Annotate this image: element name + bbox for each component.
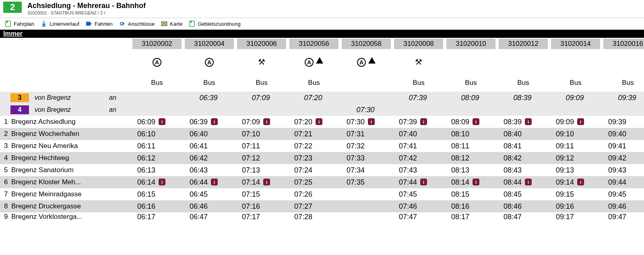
connection-line-badge[interactable]: 4 xyxy=(10,105,29,114)
departure-time[interactable]: 06:40 xyxy=(183,128,235,140)
tab-gebietszuordnung[interactable]: Gebietszuordnung xyxy=(187,19,244,28)
departure-time[interactable]: 09:15 xyxy=(549,188,602,200)
departure-time[interactable]: 07:35 xyxy=(340,176,392,188)
departure-time[interactable]: 06:43 xyxy=(183,164,235,176)
departure-time[interactable]: 09:12 xyxy=(549,152,602,164)
departure-time[interactable]: 07:21 xyxy=(288,128,340,140)
departure-time[interactable]: 07:11 xyxy=(235,140,288,152)
departure-time[interactable]: 09:16 xyxy=(549,200,602,212)
trip-id[interactable]: 31020002 xyxy=(132,39,182,49)
stop-name[interactable]: Bregenz Meinradgasse xyxy=(11,190,129,198)
departure-time[interactable]: 07:31 xyxy=(340,128,392,140)
departure-time[interactable]: 07:15 xyxy=(235,188,288,200)
departure-time[interactable]: 06:11 xyxy=(131,140,183,152)
stop-name[interactable]: Bregenz Sanatorium xyxy=(11,166,129,174)
tab-linienverlauf[interactable]: Linienverlauf xyxy=(39,19,83,28)
departure-time[interactable]: 07:26 xyxy=(288,188,340,200)
departure-time[interactable]: 06:42 xyxy=(183,152,235,164)
departure-time[interactable]: 06:47 xyxy=(183,212,235,221)
departure-time[interactable]: 07:44i xyxy=(392,176,445,188)
departure-time[interactable]: 08:17 xyxy=(445,212,497,221)
departure-time[interactable]: 08:11 xyxy=(445,140,497,152)
info-icon[interactable]: i xyxy=(316,118,322,125)
departure-time[interactable]: 08:10 xyxy=(445,128,497,140)
trip-id[interactable]: 31020058 xyxy=(342,39,391,49)
tab-fahrten[interactable]: Fahrten xyxy=(84,19,117,28)
departure-time[interactable]: 09:39 xyxy=(602,116,644,128)
departure-time[interactable]: 08:16 xyxy=(445,200,497,212)
departure-time[interactable]: 07:27 xyxy=(288,200,340,212)
info-icon[interactable]: i xyxy=(525,118,532,125)
stop-name[interactable]: Bregenz Vorklosterga... xyxy=(11,213,129,221)
departure-time[interactable]: 06:14i xyxy=(131,176,183,188)
departure-time[interactable]: 07:34 xyxy=(340,164,392,176)
stop-name[interactable]: Bregenz Hechtweg xyxy=(11,154,129,162)
departure-time[interactable]: 06:41 xyxy=(183,140,235,152)
departure-time[interactable]: 09:42 xyxy=(602,152,644,164)
departure-time[interactable]: 07:25 xyxy=(288,176,340,188)
departure-time[interactable]: 08:12 xyxy=(445,152,497,164)
departure-time[interactable]: 09:13 xyxy=(549,164,602,176)
departure-time[interactable]: 07:24 xyxy=(288,164,340,176)
departure-time[interactable] xyxy=(340,200,392,212)
departure-time[interactable]: 07:20i xyxy=(288,116,340,128)
tab-karte[interactable]: Karte xyxy=(159,19,186,28)
departure-time[interactable]: 08:45 xyxy=(497,188,549,200)
stop-name[interactable]: Bregenz Wocherhafen xyxy=(11,130,129,138)
info-icon[interactable]: i xyxy=(368,118,375,125)
departure-time[interactable]: 09:41 xyxy=(602,140,644,152)
departure-time[interactable]: 07:33 xyxy=(340,152,392,164)
departure-time[interactable]: 09:47 xyxy=(602,212,644,221)
departure-time[interactable]: 07:16 xyxy=(235,200,288,212)
info-icon[interactable]: i xyxy=(263,118,270,125)
trip-id[interactable]: 31020016 xyxy=(603,39,644,49)
info-icon[interactable]: i xyxy=(211,179,218,185)
stop-name[interactable]: Bregenz Druckergasse xyxy=(11,202,129,210)
departure-time[interactable]: 08:41 xyxy=(497,140,549,152)
info-icon[interactable]: i xyxy=(577,179,584,185)
departure-time[interactable]: 07:22 xyxy=(288,140,340,152)
departure-time[interactable]: 07:47 xyxy=(392,212,445,221)
info-icon[interactable]: i xyxy=(473,118,479,125)
stop-name[interactable]: Bregenz Kloster Meh... xyxy=(11,178,129,186)
departure-time[interactable]: 07:13 xyxy=(235,164,288,176)
info-icon[interactable]: i xyxy=(473,179,479,185)
departure-time[interactable]: 07:32 xyxy=(340,140,392,152)
departure-time[interactable]: 06:12 xyxy=(131,152,183,164)
stop-name[interactable]: Bregenz Achsiedlung xyxy=(11,118,129,126)
info-icon[interactable]: i xyxy=(159,118,165,125)
info-icon[interactable]: i xyxy=(577,118,584,125)
departure-time[interactable]: 07:09i xyxy=(235,116,288,128)
departure-time[interactable]: 07:42 xyxy=(392,152,445,164)
departure-time[interactable]: 06:13 xyxy=(131,164,183,176)
departure-time[interactable]: 09:46 xyxy=(602,200,644,212)
info-icon[interactable]: i xyxy=(420,179,427,185)
departure-time[interactable]: 07:40 xyxy=(392,128,445,140)
departure-time[interactable]: 06:17 xyxy=(131,212,183,221)
departure-time[interactable]: 09:45 xyxy=(602,188,644,200)
departure-time[interactable]: 06:45 xyxy=(183,188,235,200)
departure-time[interactable] xyxy=(340,188,392,200)
departure-time[interactable]: 08:47 xyxy=(497,212,549,221)
departure-time[interactable]: 09:43 xyxy=(602,164,644,176)
trip-id[interactable]: 31020006 xyxy=(237,39,286,49)
trip-id[interactable]: 31020010 xyxy=(446,39,495,49)
trip-id[interactable]: 31020056 xyxy=(289,39,339,49)
departure-time[interactable]: 09:09i xyxy=(549,116,602,128)
departure-time[interactable]: 07:43 xyxy=(392,164,445,176)
departure-time[interactable]: 07:30i xyxy=(340,116,392,128)
trip-id[interactable]: 31020014 xyxy=(551,39,600,49)
departure-time[interactable]: 07:10 xyxy=(235,128,288,140)
info-icon[interactable]: i xyxy=(211,118,218,125)
trip-id[interactable]: 31020008 xyxy=(394,39,443,49)
departure-time[interactable]: 08:15 xyxy=(445,188,497,200)
stop-name[interactable]: Bregenz Neu Amerika xyxy=(11,142,129,150)
departure-time[interactable]: 08:43 xyxy=(497,164,549,176)
trip-id[interactable]: 31020004 xyxy=(185,39,234,49)
departure-time[interactable]: 06:10 xyxy=(131,128,183,140)
departure-time[interactable]: 07:39i xyxy=(392,116,445,128)
departure-time[interactable]: 07:23 xyxy=(288,152,340,164)
info-icon[interactable]: i xyxy=(159,179,165,185)
departure-time[interactable]: 08:14i xyxy=(445,176,497,188)
departure-time[interactable]: 07:28 xyxy=(288,212,340,221)
